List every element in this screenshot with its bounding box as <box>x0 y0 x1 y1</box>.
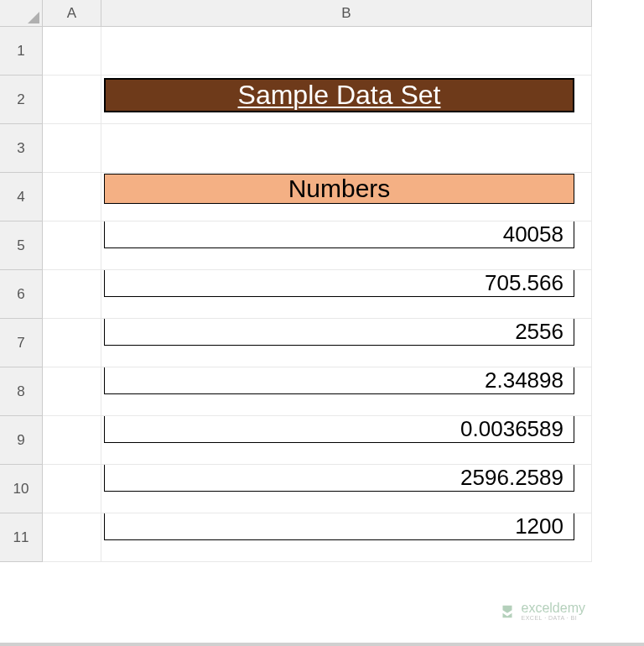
watermark-main: exceldemy <box>522 602 585 615</box>
row-header-8[interactable]: 8 <box>0 367 43 416</box>
cell-b8[interactable]: 2.34898 <box>101 367 592 416</box>
title-cell: Sample Data Set <box>104 78 574 112</box>
cell-b6[interactable]: 705.566 <box>101 270 592 319</box>
cell-a3[interactable] <box>43 124 101 173</box>
row-header-1[interactable]: 1 <box>0 27 43 76</box>
spreadsheet-grid: A B 1 2 Sample Data Set 3 4 Numbers 5 40… <box>0 0 644 562</box>
column-header-a[interactable]: A <box>43 0 101 27</box>
data-cell: 40058 <box>104 221 574 248</box>
cell-b9[interactable]: 0.0036589 <box>101 416 592 465</box>
watermark: exceldemy EXCEL · DATA · BI <box>498 602 585 621</box>
row-header-9[interactable]: 9 <box>0 416 43 465</box>
row-header-6[interactable]: 6 <box>0 270 43 319</box>
logo-icon <box>498 602 517 621</box>
row-header-4[interactable]: 4 <box>0 173 43 221</box>
row-header-10[interactable]: 10 <box>0 465 43 513</box>
cell-b11[interactable]: 1200 <box>101 513 592 562</box>
watermark-text: exceldemy EXCEL · DATA · BI <box>522 602 585 621</box>
cell-a11[interactable] <box>43 513 101 562</box>
cell-b7[interactable]: 2556 <box>101 319 592 367</box>
data-cell: 2556 <box>104 319 574 346</box>
cell-b3[interactable] <box>101 124 592 173</box>
row-header-11[interactable]: 11 <box>0 513 43 562</box>
row-header-3[interactable]: 3 <box>0 124 43 173</box>
row-header-5[interactable]: 5 <box>0 221 43 270</box>
cell-a7[interactable] <box>43 319 101 367</box>
data-cell: 705.566 <box>104 270 574 297</box>
cell-b1[interactable] <box>101 27 592 76</box>
cell-a9[interactable] <box>43 416 101 465</box>
data-cell: 0.0036589 <box>104 416 574 443</box>
cell-a6[interactable] <box>43 270 101 319</box>
data-cell: 1200 <box>104 513 574 540</box>
cell-b4[interactable]: Numbers <box>101 173 592 221</box>
cell-a2[interactable] <box>43 76 101 124</box>
cell-a5[interactable] <box>43 221 101 270</box>
cell-a10[interactable] <box>43 465 101 513</box>
cell-a4[interactable] <box>43 173 101 221</box>
row-header-2[interactable]: 2 <box>0 76 43 124</box>
cell-a8[interactable] <box>43 367 101 416</box>
table-header: Numbers <box>104 174 574 204</box>
select-all-corner[interactable] <box>0 0 43 27</box>
data-cell: 2596.2589 <box>104 465 574 492</box>
cell-b2[interactable]: Sample Data Set <box>101 76 592 124</box>
bottom-border <box>0 643 644 646</box>
cell-b10[interactable]: 2596.2589 <box>101 465 592 513</box>
cell-b5[interactable]: 40058 <box>101 221 592 270</box>
column-header-b[interactable]: B <box>101 0 592 27</box>
data-cell: 2.34898 <box>104 367 574 394</box>
watermark-sub: EXCEL · DATA · BI <box>522 615 585 621</box>
cell-a1[interactable] <box>43 27 101 76</box>
row-header-7[interactable]: 7 <box>0 319 43 367</box>
